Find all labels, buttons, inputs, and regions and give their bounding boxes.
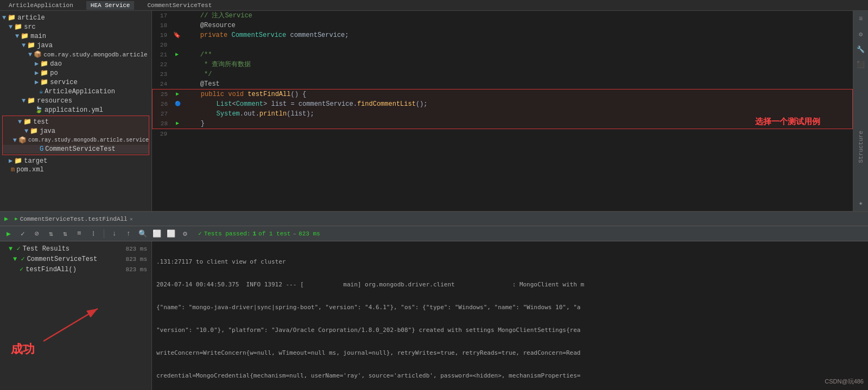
test-folder-icon: 📁 (23, 118, 31, 126)
line-content: // 注入Service (182, 11, 853, 21)
run-toolbar: ▶ ✓ ⊘ ⇅ ⇅ ≡ ⁞ ↓ ↑ 🔍 ⬜ ⬜ ⚙ ✓ Tests passed… (0, 226, 868, 241)
code-line-21: 21 ▶ /** (152, 50, 853, 60)
stop-button[interactable]: ⊘ (31, 228, 42, 239)
tree-item-java2[interactable]: ▼ 📁 java (3, 126, 149, 136)
pass-icon: ✓ (20, 265, 23, 273)
tree-item-target[interactable]: ▶ 📁 target (0, 156, 151, 165)
test-result-root[interactable]: ▼ ✓ Test Results 823 ms (0, 244, 151, 254)
run-gutter-icon[interactable]: ▶ (172, 119, 183, 129)
chevron-right-icon: ▶ (35, 78, 39, 86)
code-line-18: 18 @Resource (152, 21, 853, 30)
tab-hea-service[interactable]: HEA Service (86, 1, 135, 10)
side-icon-3[interactable]: 🔧 (855, 43, 867, 55)
tree-item-src[interactable]: ▼ 📁 src (0, 22, 151, 31)
side-icon-2[interactable]: ⚙ (855, 28, 867, 40)
line-content: private CommentService commentService; (182, 30, 853, 40)
run-status-icon: ▶ (15, 216, 17, 222)
tests-passed-info: ✓ Tests passed: 1 of 1 test – 823 ms (198, 230, 320, 237)
line-number: 26 (153, 99, 172, 109)
chevron-down-icon: ▼ (15, 33, 19, 40)
red-arrow (43, 303, 109, 347)
line-content: public void testFindAll() { (183, 89, 852, 99)
test-class-item[interactable]: ▼ ✓ CommentServiceTest 823 ms (0, 254, 151, 264)
check-button[interactable]: ✓ (17, 228, 28, 239)
tree-item-java[interactable]: ▼ 📁 java (0, 41, 151, 50)
run-gutter-icon[interactable]: ▶ (172, 89, 183, 99)
test-duration: 823 ms (125, 246, 147, 252)
dash: – (293, 231, 296, 237)
side-icon-favorites[interactable]: ★ (855, 197, 867, 209)
down-button[interactable]: ↓ (109, 228, 120, 239)
tree-item-package[interactable]: ▼ 📦 com.ray.study.mongodb.article (0, 50, 151, 59)
chevron-down-icon: ▼ (13, 137, 17, 144)
folder-icon: 📁 (14, 23, 22, 31)
tree-item-pom[interactable]: m pom.xml (0, 165, 151, 174)
run-tab[interactable]: ▶ CommentServiceTest.testFindAll ✕ (10, 215, 137, 223)
line-content: @Resource (182, 21, 853, 30)
tree-item-service-package[interactable]: ▼ 📦 com.ray.study.mongodb.article.servic… (3, 136, 149, 145)
line-number: 29 (152, 129, 172, 139)
yml-file-icon: 🍃 (35, 106, 43, 114)
file-tree: ▼ 📁 article ▼ 📁 src ▼ 📁 main ▼ 📁 java (0, 11, 152, 211)
tests-count: 1 (252, 231, 256, 237)
tree-item-po[interactable]: ▶ 📁 po (0, 68, 151, 78)
run-button[interactable]: ▶ (3, 228, 14, 239)
code-line-26: 26 🔵 List<Comment> list = commentService… (153, 99, 852, 109)
main-area: ▼ 📁 article ▼ 📁 src ▼ 📁 main ▼ 📁 java (0, 11, 868, 211)
settings-button[interactable]: ⚙ (180, 228, 191, 239)
tree-item-dao[interactable]: ▶ 📁 dao (0, 59, 151, 68)
line-content: } (183, 119, 852, 129)
line-content: List<Comment> list = commentService.find… (183, 99, 852, 109)
tab-comment-service-test[interactable]: CommentServiceTest (143, 1, 216, 10)
side-icon-5[interactable] (855, 115, 867, 127)
side-icon-4[interactable]: ⬛ (855, 59, 867, 71)
line-gutter[interactable]: 🔖 (172, 30, 182, 40)
package-icon: 📦 (18, 136, 27, 144)
log-line-2: {"name": "mongo-java-driver|sync|spring-… (156, 303, 864, 312)
tree-item-main[interactable]: ▼ 📁 main (0, 31, 151, 41)
folder-icon: 📁 (27, 41, 35, 49)
log-line-1: 2024-07-14 00:44:50.375 INFO 13912 --- [… (156, 280, 864, 289)
sort-desc-button[interactable]: ⇅ (60, 228, 71, 239)
code-line-25: 25 ▶ public void testFindAll() { (153, 89, 852, 99)
chevron-down-icon: ▼ (9, 23, 12, 31)
sort-asc-button[interactable]: ⇅ (46, 228, 56, 239)
line-content: /** (182, 50, 853, 60)
run-gutter-icon[interactable]: ▶ (172, 50, 182, 60)
filter-button[interactable]: ≡ (74, 228, 85, 239)
side-icon-structure[interactable]: Structure (855, 141, 867, 153)
search-button[interactable]: 🔍 (137, 228, 148, 239)
code-editor: 选择一个测试用例 17 // 注入Service 18 @Resource 19… (152, 11, 853, 211)
line-number: 18 (152, 21, 172, 30)
line-number: 19 (152, 30, 172, 40)
chevron-down-icon: ▼ (18, 118, 22, 126)
tree-item-resources[interactable]: ▼ 📁 resources (0, 96, 151, 105)
line-number: 17 (152, 11, 172, 21)
line-number: 22 (152, 60, 172, 69)
more-button[interactable]: ⁞ (88, 228, 99, 239)
folder-icon: 📁 (40, 78, 48, 86)
up-button[interactable]: ↑ (123, 228, 134, 239)
tree-item-service[interactable]: ▶ 📁 service (0, 78, 151, 87)
code-line-19: 19 🔖 private CommentService commentServi… (152, 30, 853, 40)
side-icon-1[interactable]: ≡ (855, 13, 867, 25)
line-content: System.out.println(list); (183, 109, 852, 119)
import-button[interactable]: ⬜ (166, 228, 176, 239)
pass-icon: ▼ ✓ (13, 255, 25, 263)
test-method-item[interactable]: ✓ testFindAll() 823 ms (0, 264, 151, 274)
tree-item-yml[interactable]: 🍃 application.yml (0, 105, 151, 114)
tree-item-article[interactable]: ▼ 📁 article (0, 13, 151, 22)
test-highlight-code: 25 ▶ public void testFindAll() { 26 🔵 Li… (152, 89, 853, 129)
export-button[interactable]: ⬜ (151, 228, 162, 239)
tree-item-test[interactable]: ▼ 📁 test (3, 117, 149, 126)
line-number: 20 (152, 40, 172, 50)
pass-icon: ▼ ✓ (9, 245, 21, 253)
close-icon[interactable]: ✕ (130, 216, 133, 222)
tests-duration: 823 ms (299, 231, 320, 237)
tree-item-comment-service-test[interactable]: G CommentServiceTest (3, 145, 149, 154)
code-content[interactable]: 17 // 注入Service 18 @Resource 19 🔖 privat… (152, 11, 853, 211)
tree-item-article-app[interactable]: ☕ ArticleApplication (0, 87, 151, 96)
tab-article-application[interactable]: ArticleApplication (4, 1, 78, 10)
tests-passed-label: Tests passed: (204, 231, 251, 237)
folder-icon: 📁 (14, 157, 22, 165)
